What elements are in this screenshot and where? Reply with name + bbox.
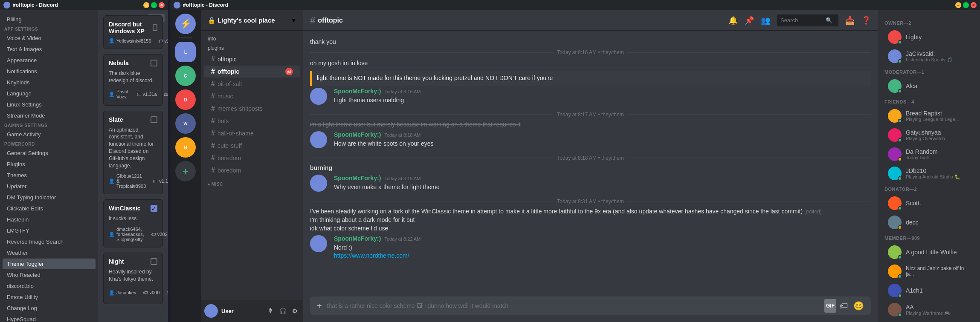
discord-minimize-button[interactable]: – xyxy=(955,2,961,8)
sidebar-item-language[interactable]: Language xyxy=(3,88,96,99)
member-item-jdb[interactable]: JDb210 Playing Android Studio 🐛 xyxy=(881,164,977,183)
sidebar-item-general-settings[interactable]: General Settings xyxy=(3,148,96,158)
theme-name-winxp: Discord but Windows XP xyxy=(109,21,153,34)
server-divider xyxy=(179,37,192,38)
server-icon-5[interactable]: B xyxy=(175,137,196,158)
settings-button[interactable]: ⚙ xyxy=(290,306,300,316)
channel-item-pit[interactable]: # pit-of-salt xyxy=(204,78,300,90)
channel-plugins-link[interactable]: plugins xyxy=(201,43,303,53)
help-icon[interactable]: ❓ xyxy=(861,16,871,25)
sidebar-item-clickable-edits[interactable]: Clickable Edits xyxy=(3,203,96,214)
theme-checkbox-winclassic[interactable]: ✓ xyxy=(151,205,157,212)
member-item-alca[interactable]: Alca xyxy=(881,77,977,95)
sidebar-item-emote-utility[interactable]: Emote Utility xyxy=(3,292,96,302)
search-icon[interactable]: 🔍 xyxy=(826,17,832,23)
add-server-button[interactable]: + xyxy=(175,161,196,181)
message-author-spoon3[interactable]: SpoonMcForky:) xyxy=(334,175,381,181)
message-input[interactable] xyxy=(327,298,821,313)
sidebar-item-game-activity[interactable]: Game Activity xyxy=(3,129,96,140)
server-icon-4[interactable]: W xyxy=(175,113,196,134)
server-icon-lighty[interactable]: L xyxy=(175,42,196,62)
sidebar-item-keybinds[interactable]: Keybinds xyxy=(3,77,96,88)
pin-icon[interactable]: 📌 xyxy=(745,16,754,25)
sidebar-item-voice[interactable]: Voice & Video xyxy=(3,33,96,43)
channel-item-hallofshame[interactable]: # hall-of-shame xyxy=(204,127,300,139)
message-author-spoon4[interactable]: SpoonMcForky:) xyxy=(334,235,381,242)
server-icon-2[interactable]: G xyxy=(175,66,196,86)
sidebar-item-dm-typing[interactable]: DM Typing Indicator xyxy=(3,192,96,203)
sidebar-item-reverse-image[interactable]: Reverse Image Search xyxy=(3,236,96,247)
member-item-scott[interactable]: Scott. xyxy=(881,194,977,213)
channel-item-boredom2[interactable]: # boredom xyxy=(204,164,300,176)
channel-item-cute[interactable]: # cute-stuff xyxy=(204,140,300,152)
message-author-spoon2[interactable]: SpoonMcForky:) xyxy=(334,131,381,138)
channel-item-boredom1[interactable]: # boredom xyxy=(204,152,300,164)
channel-item-offtopic-active[interactable]: # offtopic @ xyxy=(204,66,300,78)
discord-window-title: #offtopic - Discord xyxy=(183,2,228,8)
sidebar-item-hastebin[interactable]: Hastebin xyxy=(3,214,96,225)
sidebar-item-change-log[interactable]: Change Log xyxy=(3,303,96,313)
channel-item-music[interactable]: # music xyxy=(204,90,300,102)
message-winclassic-3: idk what color scheme I'd use xyxy=(310,225,871,232)
maximize-button[interactable]: □ xyxy=(151,2,157,8)
member-item-lighty[interactable]: Lighty xyxy=(881,28,977,46)
gif-button[interactable]: GIF xyxy=(824,299,836,313)
theme-checkbox-nebula[interactable] xyxy=(151,60,157,66)
theme-checkbox-winxp[interactable] xyxy=(153,24,157,31)
sidebar-item-who-reacted[interactable]: Who Reacted xyxy=(3,270,96,280)
sidebar-item-themes[interactable]: Themes xyxy=(3,170,96,181)
sidebar-item-theme-toggler[interactable]: Theme Toggler xyxy=(3,259,96,269)
bell-icon[interactable]: 🔔 xyxy=(728,16,738,25)
mute-button[interactable]: 🎙 xyxy=(266,306,276,316)
theme-checkbox-night[interactable] xyxy=(151,258,157,265)
discord-maximize-button[interactable]: □ xyxy=(963,2,969,8)
sidebar-item-streamer[interactable]: Streamer Mode xyxy=(3,110,96,121)
attach-button[interactable]: + xyxy=(315,299,324,313)
hash-icon: # xyxy=(211,92,215,100)
sidebar-item-text[interactable]: Text & Images xyxy=(3,44,96,55)
sidebar-item-weather[interactable]: Weather xyxy=(3,247,96,258)
nord-link[interactable]: https://www.nordtheme.com/ xyxy=(334,252,409,259)
message-author-spoon[interactable]: SpoonMcForky:) xyxy=(334,88,381,95)
category-misc[interactable]: ▸ misc xyxy=(201,177,303,188)
sidebar-item-billing[interactable]: Billing xyxy=(3,14,96,25)
member-item-nizz[interactable]: Nizz and Janiz bake off in ja... xyxy=(881,262,977,281)
server-icon-home[interactable]: ⚡ xyxy=(175,14,196,34)
sidebar-item-linux[interactable]: Linux Settings xyxy=(3,99,96,110)
channel-item-offtopic-1[interactable]: # offtopic xyxy=(204,53,300,65)
sidebar-item-notifications[interactable]: Notifications xyxy=(3,66,96,77)
minimize-button[interactable]: – xyxy=(143,2,149,8)
sidebar-item-discord-bio[interactable]: discord.bio xyxy=(3,281,96,291)
members-icon[interactable]: 👥 xyxy=(761,16,770,25)
sidebar-item-lmgtfy[interactable]: LMGTFY xyxy=(3,225,96,236)
emoji-button[interactable]: 😊 xyxy=(852,299,866,313)
member-item-decc[interactable]: decc xyxy=(881,213,977,232)
member-item-gaty[interactable]: Gatyushnyaa Playing Overwatch xyxy=(881,126,977,144)
member-avatar-a1ch1 xyxy=(888,284,902,297)
member-item-a1ch1[interactable]: A1ch1 xyxy=(881,281,977,300)
server-icon-3[interactable]: D xyxy=(175,89,196,110)
sidebar-item-hypesquad[interactable]: HypeSquad xyxy=(3,314,96,322)
member-item-aa[interactable]: AA Playing Warframe 🎮 xyxy=(881,300,977,319)
messages-container[interactable]: thank you Today at 8:16 AM • they/them o… xyxy=(303,31,878,293)
member-avatar-alca xyxy=(888,79,902,93)
server-header[interactable]: 🔒 Lighty's cool place ▼ xyxy=(201,10,303,31)
theme-checkbox-slate[interactable] xyxy=(151,116,157,123)
sidebar-item-plugins[interactable]: Plugins xyxy=(3,159,96,170)
sidebar-item-appearance[interactable]: Appearance xyxy=(3,55,96,66)
channel-item-bots[interactable]: # bots xyxy=(204,115,300,127)
sidebar-item-updater[interactable]: Updater xyxy=(3,181,96,192)
status-dot-scott xyxy=(898,206,902,210)
channel-info-link[interactable]: info xyxy=(201,34,303,43)
search-input[interactable] xyxy=(780,17,823,23)
member-item-jackvs[interactable]: JaCkvsaid: Listening to Spotify 🎵 xyxy=(881,47,977,66)
discord-close-button[interactable]: ✕ xyxy=(971,2,977,8)
inbox-icon[interactable]: 📥 xyxy=(845,16,855,25)
member-item-darandom[interactable]: Da Random Today I will... xyxy=(881,145,977,164)
deafen-button[interactable]: 🎧 xyxy=(278,306,288,316)
channel-item-memes[interactable]: # memes-shitposts xyxy=(204,103,300,115)
member-item-wolfie[interactable]: A good Little Wolfie xyxy=(881,243,977,262)
close-button[interactable]: ✕ xyxy=(159,2,165,8)
member-item-bread[interactable]: Bread Raptist Playing League of Lege... xyxy=(881,106,977,125)
sticker-button[interactable]: 🏷 xyxy=(838,299,850,313)
